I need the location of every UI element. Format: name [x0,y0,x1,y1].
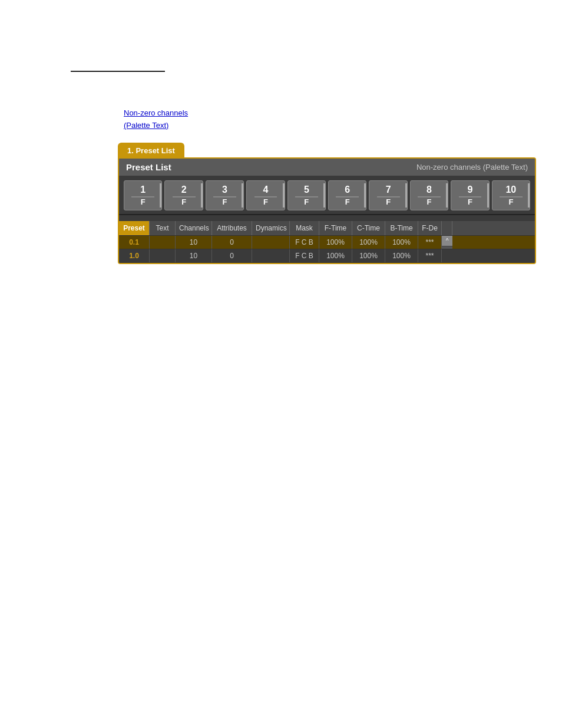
channel-btn-3[interactable]: 3 F [206,180,244,211]
table-section: PresetTextChannelsAttributesDynamicsMask… [119,221,535,263]
channel-number: 6 [345,185,350,195]
scroll-column: ^ [442,236,452,249]
channel-bar [283,183,285,208]
cell-dynamics [252,249,290,262]
channel-number: 8 [427,185,432,195]
cell-text [150,236,176,249]
cell-text [150,249,176,262]
channel-letter: F [508,197,513,206]
horizontal-rule [71,71,165,72]
channel-bar [528,183,530,208]
channel-number: 1 [140,185,146,195]
cell-mask: F C B [290,236,319,249]
link-palette-text[interactable]: (Palette Text) [124,120,562,132]
table-body: 0.1100F C B100%100%100%***^1.0100F C B10… [119,236,535,263]
cell-ctime: 100% [352,249,385,262]
cell-ftime: 100% [319,236,352,249]
channel-bar [323,183,325,208]
channel-bar [364,183,366,208]
spacer-row [119,215,535,221]
channel-letter: F [263,197,268,206]
table-header: PresetTextChannelsAttributesDynamicsMask… [119,221,535,236]
channel-letter: F [468,197,472,206]
page-content: Non-zero channels (Palette Text) 1. Pres… [0,0,562,264]
channels-row: 1 F 2 F 3 F 4 F 5 F 6 F 7 F 8 F [119,176,535,216]
col-header-fde[interactable]: F-De [418,221,442,235]
col-header-text[interactable]: Text [150,221,176,235]
panel-subtitle: Non-zero channels (Palette Text) [416,163,528,172]
cell-preset: 0.1 [119,236,150,249]
col-header-channels[interactable]: Channels [176,221,212,235]
col-header-ftime[interactable]: F-Time [319,221,352,235]
channel-btn-8[interactable]: 8 F [410,180,448,211]
link-block: Non-zero channels (Palette Text) [124,107,562,132]
panel-title: Preset List [126,162,171,172]
channel-letter: F [427,197,432,206]
scroll-header [442,221,452,235]
col-header-preset[interactable]: Preset [119,221,150,235]
cell-fde: *** [418,236,442,249]
preset-panel-wrapper: 1. Preset List Preset List Non-zero chan… [118,143,536,265]
cell-mask: F C B [290,249,319,262]
channel-bar [487,183,489,208]
channel-btn-10[interactable]: 10 F [492,180,530,211]
cell-channels: 10 [176,249,212,262]
channel-number: 3 [222,185,227,195]
channel-letter: F [181,197,186,206]
table-row[interactable]: 1.0100F C B100%100%100%*** [119,249,535,263]
preset-tab[interactable]: 1. Preset List [118,143,184,157]
channel-bar [201,183,203,208]
col-header-dynamics[interactable]: Dynamics [252,221,290,235]
channel-btn-2[interactable]: 2 F [164,180,203,211]
col-header-ctime[interactable]: C-Time [352,221,385,235]
channel-letter: F [304,197,309,206]
cell-ftime: 100% [319,249,352,262]
channel-number: 7 [386,185,391,195]
cell-dynamics [252,236,290,249]
channel-letter: F [345,197,350,206]
scroll-up-button[interactable]: ^ [442,236,452,246]
channel-btn-1[interactable]: 1 F [124,180,162,211]
channel-letter: F [223,197,227,206]
cell-ctime: 100% [352,236,385,249]
channel-number: 4 [263,185,268,195]
channel-letter: F [141,197,146,206]
col-header-mask[interactable]: Mask [290,221,319,235]
cell-attributes: 0 [212,249,252,262]
channel-btn-9[interactable]: 9 F [451,180,489,211]
cell-channels: 10 [176,236,212,249]
channel-number: 10 [505,185,516,195]
panel-header: Preset List Non-zero channels (Palette T… [119,159,535,176]
cell-attributes: 0 [212,236,252,249]
channel-btn-4[interactable]: 4 F [246,180,285,211]
channel-bar [160,183,161,208]
link-nonzero-channels[interactable]: Non-zero channels [124,107,562,120]
channel-bar [242,183,243,208]
channel-bar [405,183,407,208]
cell-btime: 100% [385,249,418,262]
channel-btn-7[interactable]: 7 F [369,180,407,211]
col-header-btime[interactable]: B-Time [385,221,418,235]
preset-panel: Preset List Non-zero channels (Palette T… [118,157,536,265]
channel-btn-5[interactable]: 5 F [287,180,326,211]
col-header-attributes[interactable]: Attributes [212,221,252,235]
table-row[interactable]: 0.1100F C B100%100%100%***^ [119,236,535,249]
cell-preset: 1.0 [119,249,150,262]
channel-number: 9 [468,185,473,195]
channel-number: 2 [181,185,187,195]
channel-bar [446,183,448,208]
channel-number: 5 [304,185,309,195]
cell-fde: *** [418,249,442,262]
cell-btime: 100% [385,236,418,249]
channel-btn-6[interactable]: 6 F [328,180,366,211]
channel-letter: F [386,197,391,206]
